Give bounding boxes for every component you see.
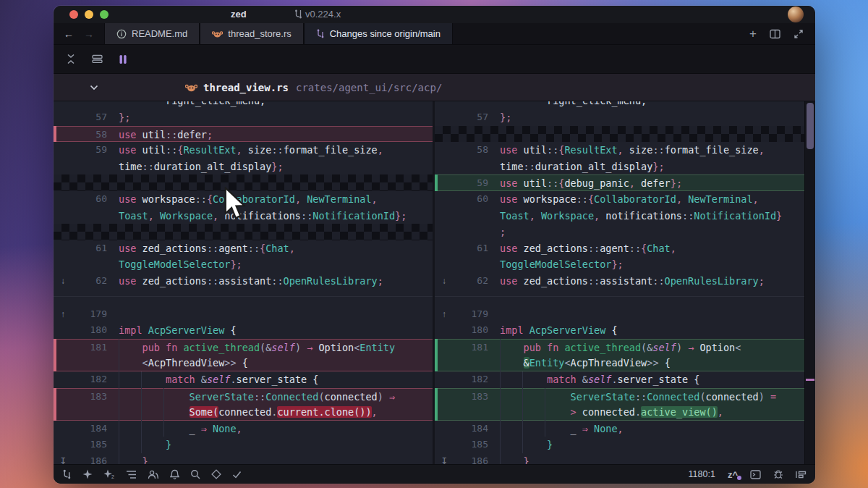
expand-down-stop-icon[interactable]: ↧ [54,453,72,464]
diff-pane-new: − right_click_menu,57};58use util::{Resu… [435,101,804,464]
search-icon[interactable] [190,469,200,479]
expand-hunk-icon[interactable]: − [435,101,454,109]
outline-icon[interactable] [126,470,137,479]
code-line[interactable]: 180impl AcpServerView { [54,322,433,339]
user-avatar[interactable] [788,7,804,22]
file-header[interactable]: thread_view.rs crates/agent_ui/src/acp/ [54,74,815,101]
code-line[interactable]: > connected.active_view(), [435,404,804,421]
app-title: zed [231,9,247,20]
tab-changes-since-origin-main[interactable]: Changes since origin/main [304,23,453,44]
terminal-icon[interactable] [750,470,761,479]
code-line[interactable]: time::duration_alt_display}; [435,159,804,175]
code-line[interactable]: 182 match &self.server_state { [54,371,433,388]
code-line[interactable]: &Entity<AcpThreadView>> { [435,355,804,371]
code-line[interactable]: − right_click_menu, [54,101,433,109]
deleted-hunk-marker [54,354,56,371]
code-line[interactable]: 57}; [54,109,433,126]
close-window-button[interactable] [69,10,78,19]
code-text [107,306,119,323]
code-line[interactable]: 61use zed_actions::agent::{Chat, [435,240,804,257]
navigate-forward-button[interactable]: → [84,29,94,39]
git-branch-icon[interactable] [62,469,72,479]
line-number: 179 [454,306,488,323]
code-line[interactable]: ToggleModelSelector}; [54,256,433,273]
title-bar: zed v0.224.x [54,6,815,23]
code-line[interactable]: 57}; [435,109,804,126]
collaborators-icon[interactable] [148,470,159,479]
code-line[interactable]: 183 ServerState::Connected(connected) ⇒ [54,388,433,405]
pause-updates-button[interactable] [114,51,132,68]
sparkle-icon[interactable] [82,469,93,479]
code-line[interactable]: − right_click_menu, [435,101,804,109]
code-line[interactable]: <AcpThreadView>> { [54,355,433,371]
added-hunk-marker [435,388,438,405]
zed-assistant-icon[interactable]: z^ [728,469,738,480]
collapse-entries-button[interactable] [62,51,80,68]
code-line[interactable]: Toast, Workspace, notifications::Notific… [435,208,804,224]
code-line[interactable]: ↧186 } [54,453,433,464]
navigate-back-button[interactable]: ← [64,29,74,39]
code-line[interactable]: 184 _ ⇒ None, [435,421,804,437]
expand-up-icon[interactable]: ↑ [435,306,454,323]
expand-up-icon[interactable]: ↑ [54,306,72,323]
debug-bug-icon[interactable] [773,469,783,479]
check-icon[interactable] [232,471,242,479]
notifications-bell-icon[interactable] [170,469,179,479]
tab-bar: ← → README.md thread_store.rs Changes si… [54,23,815,45]
code-line[interactable]: 182 match &self.server_state { [435,371,804,388]
code-line[interactable]: 59use util::{ResultExt, size::format_fil… [54,142,433,159]
expand-hunk-icon[interactable]: − [54,101,72,109]
code-line[interactable]: ↑179 [54,306,433,323]
diff-pane-old: − right_click_menu,57};58use util::defer… [54,101,433,464]
code-line[interactable]: ; [435,224,804,240]
crab-icon [212,30,223,38]
list-rows-button[interactable] [88,51,106,68]
panels-layout-icon[interactable] [796,470,807,479]
tab-readme[interactable]: README.md [104,23,200,44]
code-line[interactable]: 59use util::{debug_panic, defer}; [435,174,804,191]
code-line[interactable]: 61use zed_actions::agent::{Chat, [54,240,433,257]
line-number [454,101,488,109]
code-line[interactable]: 60use workspace::{CollaboratorId, NewTer… [435,191,804,208]
code-line[interactable]: time::duration_alt_display}; [54,159,433,175]
zoom-window-button[interactable] [100,10,109,19]
skipped-region [435,126,804,143]
code-line[interactable]: ToggleModelSelector}; [435,256,804,273]
code-line[interactable]: ↑179 [435,306,804,323]
expand-down-icon[interactable]: ↓ [54,273,72,290]
expand-down-icon[interactable]: ↓ [435,273,454,290]
chevron-down-icon[interactable] [90,85,98,91]
code-line[interactable]: 183 ServerState::Connected(connected) = [435,388,804,405]
code-line[interactable]: ↓62use zed_actions::assistant::OpenRules… [54,273,433,290]
diff-editor: − right_click_menu,57};58use util::defer… [54,101,815,464]
sparkle-2-icon[interactable]: 2 [103,469,115,479]
code-line[interactable]: ↓62use zed_actions::assistant::OpenRules… [435,273,804,290]
right-pane-rows: − right_click_menu,57};58use util::{Resu… [435,101,804,464]
code-line[interactable]: 181 pub fn active_thread(&self) → Option… [54,339,433,356]
code-line[interactable]: 180impl AcpServerView { [435,322,804,339]
code-line[interactable]: 184 _ ⇒ None, [54,421,433,437]
minimize-window-button[interactable] [85,10,93,19]
cursor-position[interactable]: 1180:1 [689,469,715,479]
scrollbar-thumb[interactable] [807,103,814,149]
code-line[interactable]: 58use util::defer; [54,126,433,143]
line-number: 185 [454,437,488,453]
new-tab-button[interactable]: + [749,27,757,41]
scrollbar[interactable] [804,101,815,464]
code-line[interactable]: 185 } [435,437,804,453]
split-pane-button[interactable] [770,29,780,39]
skipped-region [54,224,433,240]
code-line[interactable]: 181 pub fn active_thread(&self) → Option… [435,339,804,356]
code-line[interactable]: 58use util::{ResultExt, size::format_fil… [435,142,804,159]
diagnostics-icon[interactable] [211,469,221,479]
tab-thread-store[interactable]: thread_store.rs [200,23,303,44]
expand-pane-button[interactable] [793,29,804,39]
code-text: ServerState::Connected(connected) ⇒ [107,389,395,405]
code-line[interactable]: Some(connected.current.clone()), [54,404,433,421]
svg-text:2: 2 [111,474,114,479]
added-hunk-marker [435,174,438,191]
code-line[interactable]: ↧186 } [435,453,804,464]
code-line[interactable]: 185 } [54,437,433,453]
expand-down-stop-icon[interactable]: ↧ [435,453,454,464]
line-number [454,404,488,420]
